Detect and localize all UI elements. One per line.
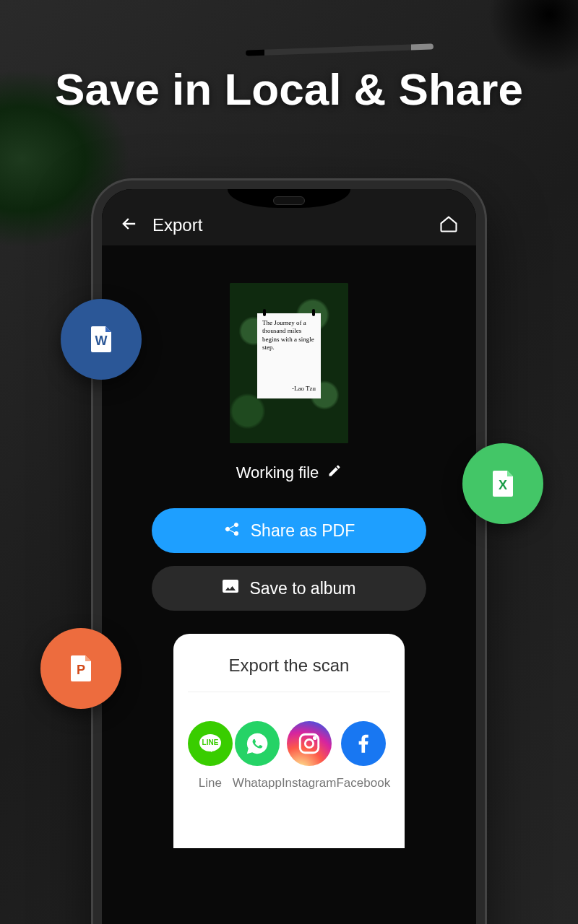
preview-section: The Journey of a thousand miles begins w… xyxy=(102,245,476,924)
document-preview[interactable]: The Journey of a thousand miles begins w… xyxy=(230,283,348,443)
home-icon[interactable] xyxy=(439,214,459,237)
file-name-label: Working file xyxy=(236,463,319,482)
share-sheet: Export the scan LINE Line Whatapp xyxy=(173,634,405,848)
svg-text:P: P xyxy=(77,663,85,677)
phone-mockup: Export The Journey of a thousand miles b… xyxy=(93,180,485,924)
excel-icon: X xyxy=(462,443,543,524)
back-icon[interactable] xyxy=(119,214,139,237)
word-icon: W xyxy=(61,299,142,380)
quote-body: The Journey of a thousand miles begins w… xyxy=(262,319,316,352)
svg-text:W: W xyxy=(95,334,108,348)
promo-headline: Save in Local & Share xyxy=(0,64,578,115)
share-label-line: Line xyxy=(199,776,222,790)
save-album-button[interactable]: Save to album xyxy=(152,566,426,611)
quote-author: -Lao Tzu xyxy=(262,385,316,393)
share-icon xyxy=(223,520,241,541)
instagram-icon xyxy=(287,721,332,766)
line-icon: LINE xyxy=(188,721,233,766)
share-option-line[interactable]: LINE Line xyxy=(188,721,233,790)
share-option-facebook[interactable]: Facebook xyxy=(336,721,390,790)
svg-text:X: X xyxy=(499,478,507,492)
svg-point-6 xyxy=(305,739,313,747)
share-option-whatsapp[interactable]: Whatapp xyxy=(233,721,282,790)
sheet-title: Export the scan xyxy=(188,655,390,692)
share-option-instagram[interactable]: Instagram xyxy=(282,721,337,790)
whatsapp-icon xyxy=(235,721,280,766)
share-label-whatsapp: Whatapp xyxy=(233,776,282,790)
image-icon xyxy=(222,578,239,599)
svg-point-7 xyxy=(314,737,316,739)
share-pdf-button[interactable]: Share as PDF xyxy=(152,508,426,553)
share-pdf-label: Share as PDF xyxy=(251,521,355,541)
facebook-icon xyxy=(341,721,386,766)
save-album-label: Save to album xyxy=(249,579,355,598)
svg-text:LINE: LINE xyxy=(202,738,218,746)
page-title: Export xyxy=(152,215,202,235)
share-label-facebook: Facebook xyxy=(336,776,390,790)
powerpoint-icon: P xyxy=(40,628,121,709)
rename-icon[interactable] xyxy=(327,463,342,482)
share-label-instagram: Instagram xyxy=(282,776,337,790)
app-screen: Export The Journey of a thousand miles b… xyxy=(102,189,476,924)
